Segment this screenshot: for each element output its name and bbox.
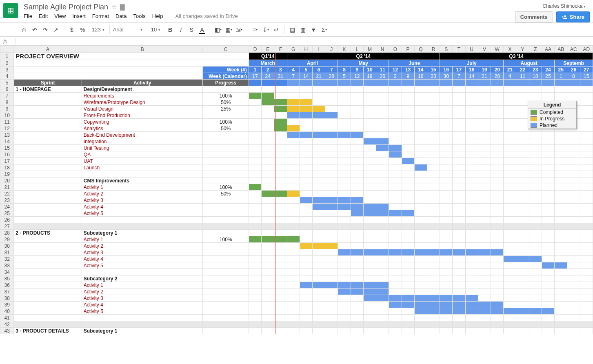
gantt-cell[interactable] [249, 302, 261, 308]
font-size-select[interactable]: 10▾ [148, 25, 164, 34]
gantt-cell[interactable] [478, 230, 491, 236]
gantt-cell[interactable] [529, 86, 542, 93]
gantt-cell[interactable] [287, 295, 300, 302]
gantt-cell[interactable] [440, 164, 453, 171]
gantt-cell[interactable] [427, 86, 440, 93]
gantt-cell[interactable] [542, 138, 554, 145]
gantt-cell[interactable] [580, 223, 593, 230]
gantt-cell[interactable] [427, 164, 440, 171]
gantt-cell[interactable] [338, 243, 351, 249]
gantt-cell[interactable] [491, 315, 504, 321]
gantt-cell[interactable] [580, 230, 593, 236]
sprint-cell[interactable] [14, 164, 82, 171]
gantt-cell[interactable] [529, 158, 542, 164]
gantt-cell[interactable] [287, 138, 300, 145]
gantt-cell[interactable] [389, 295, 402, 302]
gantt-cell[interactable] [555, 315, 567, 321]
gantt-cell[interactable] [580, 191, 593, 197]
gantt-cell[interactable] [249, 210, 261, 217]
gantt-cell[interactable] [516, 132, 529, 138]
gantt-cell[interactable] [249, 119, 261, 125]
gantt-cell[interactable] [325, 158, 338, 164]
gantt-cell[interactable] [453, 289, 465, 295]
sprint-cell[interactable] [14, 321, 82, 328]
gantt-cell[interactable] [440, 236, 453, 243]
gantt-cell[interactable] [465, 275, 478, 282]
progress-cell[interactable] [203, 145, 249, 151]
gantt-cell[interactable] [402, 119, 414, 125]
gantt-cell[interactable] [427, 275, 440, 282]
gantt-cell[interactable] [542, 178, 554, 184]
share-button[interactable]: Share [556, 11, 590, 22]
gantt-cell[interactable] [529, 269, 542, 275]
document-title[interactable]: Sample Agile Project Plan [24, 3, 108, 11]
gantt-cell[interactable] [414, 132, 427, 138]
gantt-cell[interactable] [465, 138, 478, 145]
gantt-cell[interactable] [453, 204, 465, 210]
gantt-cell[interactable] [287, 249, 300, 256]
gantt-cell[interactable] [363, 178, 376, 184]
gantt-cell[interactable] [312, 308, 325, 315]
sprint-cell[interactable] [14, 197, 82, 204]
gantt-cell[interactable] [338, 184, 351, 191]
gantt-cell[interactable] [542, 93, 554, 99]
gantt-cell[interactable] [491, 269, 504, 275]
gantt-cell[interactable] [555, 145, 567, 151]
sprint-cell[interactable] [14, 99, 82, 106]
gantt-cell[interactable] [453, 164, 465, 171]
gantt-cell[interactable] [580, 132, 593, 138]
gantt-cell[interactable] [363, 315, 376, 321]
gantt-cell[interactable] [427, 256, 440, 262]
gantt-cell[interactable] [287, 308, 300, 315]
gantt-cell[interactable] [249, 151, 261, 158]
gantt-cell[interactable] [542, 204, 554, 210]
gantt-cell[interactable] [567, 178, 580, 184]
gantt-cell[interactable] [504, 125, 516, 132]
gantt-cell[interactable] [465, 191, 478, 197]
gantt-cell[interactable] [440, 125, 453, 132]
gantt-cell[interactable] [325, 145, 338, 151]
column-header[interactable]: N [376, 46, 389, 53]
gantt-cell[interactable] [389, 164, 402, 171]
gantt-cell[interactable] [312, 112, 325, 119]
menu-format[interactable]: Format [92, 13, 109, 19]
gantt-cell[interactable] [325, 315, 338, 321]
activity-cell[interactable]: Activity 4 [82, 302, 203, 308]
sprint-cell[interactable] [14, 112, 82, 119]
gantt-cell[interactable] [249, 243, 261, 249]
gantt-cell[interactable] [351, 289, 363, 295]
gantt-cell[interactable] [312, 204, 325, 210]
gantt-cell[interactable] [453, 210, 465, 217]
gantt-cell[interactable] [465, 132, 478, 138]
column-header[interactable]: R [427, 46, 440, 53]
gantt-cell[interactable] [402, 106, 414, 112]
gantt-cell[interactable] [567, 93, 580, 99]
gantt-cell[interactable] [300, 302, 312, 308]
gantt-cell[interactable] [363, 119, 376, 125]
gantt-cell[interactable] [504, 295, 516, 302]
gantt-cell[interactable] [376, 106, 389, 112]
gantt-cell[interactable] [300, 236, 312, 243]
gantt-cell[interactable] [491, 328, 504, 334]
gantt-cell[interactable] [389, 321, 402, 328]
italic-icon[interactable]: I [176, 25, 185, 34]
gantt-cell[interactable] [555, 308, 567, 315]
gantt-cell[interactable] [478, 256, 491, 262]
activity-cell[interactable]: Subcategory 1 [82, 328, 203, 334]
gantt-cell[interactable] [504, 256, 516, 262]
gantt-cell[interactable] [338, 138, 351, 145]
gantt-cell[interactable] [478, 321, 491, 328]
gantt-cell[interactable] [542, 145, 554, 151]
gantt-cell[interactable] [402, 99, 414, 106]
gantt-cell[interactable] [249, 197, 261, 204]
sprint-cell[interactable] [14, 269, 82, 275]
gantt-cell[interactable] [491, 93, 504, 99]
gantt-cell[interactable] [389, 302, 402, 308]
gantt-cell[interactable] [312, 93, 325, 99]
gantt-cell[interactable] [453, 178, 465, 184]
gantt-cell[interactable] [376, 164, 389, 171]
fill-color-icon[interactable]: ◧▾ [213, 25, 222, 34]
gantt-cell[interactable] [351, 138, 363, 145]
gantt-cell[interactable] [453, 99, 465, 106]
gantt-cell[interactable] [351, 217, 363, 223]
